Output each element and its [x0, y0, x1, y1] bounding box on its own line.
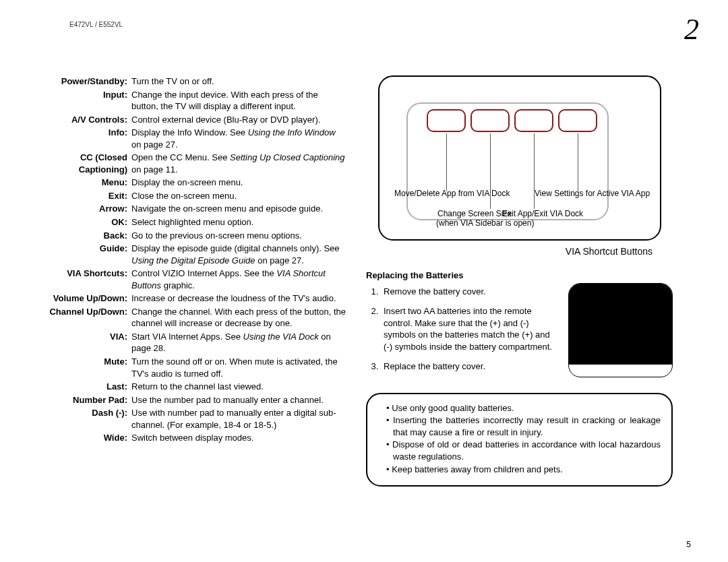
via-button-1: [427, 109, 466, 132]
via-label-move-delete: Move/Delete App from VIA Dock: [394, 189, 510, 198]
via-label-change-size: Change Screen Size: [437, 209, 512, 218]
definition-term: Arrow:: [37, 203, 131, 215]
page-number-bottom: 5: [686, 539, 691, 550]
definition-term: Exit:: [37, 190, 131, 202]
via-shortcut-diagram: Move/Delete App from VIA Dock Change Scr…: [366, 75, 673, 264]
definition-description: Switch between display modes.: [131, 432, 347, 444]
definition-description: Control VIZIO Internet Apps. See the VIA…: [131, 268, 347, 291]
left-column: Power/Standby:Turn the TV on or off.Inpu…: [37, 75, 347, 487]
definition-description: Navigate the on-screen menu and episode …: [131, 203, 347, 215]
via-button-2: [471, 109, 510, 132]
definition-term: Last:: [37, 381, 131, 393]
definition-description: Go to the previous on-screen menu option…: [131, 230, 347, 242]
batteries-steps: Remove the battery cover.Insert two AA b…: [381, 286, 560, 373]
definition-description: Change the input device. With each press…: [131, 89, 347, 113]
batteries-section: Replacing the Batteries Remove the batte…: [366, 270, 673, 381]
battery-image-placeholder: [568, 283, 673, 377]
two-column-layout: Power/Standby:Turn the TV on or off.Inpu…: [37, 75, 691, 487]
via-label-exit-app: Exit App/Exit VIA Dock: [502, 209, 583, 218]
warnings-list: Use only good quality batteries.Insertin…: [378, 402, 661, 475]
definition-term: Guide:: [37, 243, 131, 266]
via-label-view-settings: View Settings for Active VIA App: [535, 189, 650, 198]
definition-term: VIA Shortcuts:: [37, 268, 131, 291]
definition-row: VIA Shortcuts:Control VIZIO Internet App…: [37, 268, 347, 291]
definition-term: Back:: [37, 230, 131, 242]
definition-row: Channel Up/Down:Change the channel. With…: [37, 306, 347, 330]
warnings-box: Use only good quality batteries.Insertin…: [366, 393, 673, 487]
right-column: Move/Delete App from VIA Dock Change Scr…: [366, 75, 673, 487]
via-button-3: [514, 109, 553, 132]
battery-step: Insert two AA batteries into the remote …: [381, 305, 560, 352]
page-header: E472VL / E552VL 2: [37, 20, 691, 40]
definition-row: Arrow:Navigate the on-screen menu and ep…: [37, 203, 347, 215]
leader-line-4: [578, 133, 578, 191]
definition-description: Use the number pad to manually enter a c…: [131, 394, 347, 406]
via-diagram-caption: VIA Shortcut Buttons: [566, 245, 653, 258]
definition-description: Change the channel. With each press of t…: [131, 306, 347, 330]
definition-row: Number Pad:Use the number pad to manuall…: [37, 394, 347, 406]
definition-description: Display the episode guide (digital chann…: [131, 243, 347, 266]
definition-description: Display the Info Window. See Using the I…: [131, 127, 347, 150]
chapter-number: 2: [684, 9, 698, 49]
definition-row: Back:Go to the previous on-screen menu o…: [37, 230, 347, 242]
definition-term: OK:: [37, 216, 131, 228]
warning-item: Inserting the batteries incorrectly may …: [386, 414, 661, 438]
definition-description: Turn the sound off or on. When mute is a…: [131, 356, 347, 379]
definition-description: Turn the TV on or off.: [131, 75, 347, 88]
definition-term: Input:: [37, 89, 131, 113]
model-number: E472VL / E552VL: [69, 20, 123, 30]
definition-row: Input:Change the input device. With each…: [37, 89, 347, 113]
definition-description: Control external device (Blu-Ray or DVD …: [131, 114, 347, 126]
definition-row: CC (Closed Captioning)Open the CC Menu. …: [37, 152, 347, 175]
definition-description: Return to the channel last viewed.: [131, 381, 347, 393]
definition-term: Power/Standby:: [37, 75, 131, 88]
definition-row: Guide:Display the episode guide (digital…: [37, 243, 347, 266]
definition-term: VIA:: [37, 331, 131, 354]
definition-term: Menu:: [37, 177, 131, 189]
page-container: E472VL / E552VL 2 Power/Standby:Turn the…: [0, 0, 728, 562]
definition-description: Select highlighted menu option.: [131, 216, 347, 228]
definition-row: Menu:Display the on-screen menu.: [37, 177, 347, 189]
definition-term: Wide:: [37, 432, 131, 444]
definition-description: Start VIA Internet Apps. See Using the V…: [131, 331, 347, 354]
definition-description: Use with number pad to manually enter a …: [131, 407, 347, 431]
definition-row: Mute:Turn the sound off or on. When mute…: [37, 356, 347, 379]
definition-description: Display the on-screen menu.: [131, 177, 347, 189]
definition-row: Last:Return to the channel last viewed.: [37, 381, 347, 393]
definition-row: Power/Standby:Turn the TV on or off.: [37, 75, 347, 88]
battery-step: Remove the battery cover.: [381, 286, 560, 298]
definition-row: Exit:Close the on-screen menu.: [37, 190, 347, 202]
definition-row: Dash (-):Use with number pad to manually…: [37, 407, 347, 431]
definition-description: Open the CC Menu. See Setting Up Closed …: [131, 152, 347, 175]
definition-term: Channel Up/Down:: [37, 306, 131, 330]
definition-term: Dash (-):: [37, 407, 131, 431]
definition-term: Info:: [37, 127, 131, 150]
definition-term: Volume Up/Down:: [37, 292, 131, 305]
definition-term: Number Pad:: [37, 394, 131, 406]
via-label-change-size-sub: (when VIA Sidebar is open): [436, 218, 534, 228]
warning-item: Dispose of old or dead batteries in acco…: [386, 439, 661, 462]
definition-list: Power/Standby:Turn the TV on or off.Inpu…: [37, 75, 347, 444]
definition-row: VIA:Start VIA Internet Apps. See Using t…: [37, 331, 347, 354]
definition-row: Info:Display the Info Window. See Using …: [37, 127, 347, 150]
definition-description: Close the on-screen menu.: [131, 190, 347, 202]
warning-item: Use only good quality batteries.: [386, 402, 661, 414]
definition-term: Mute:: [37, 356, 131, 379]
definition-row: A/V Controls:Control external device (Bl…: [37, 114, 347, 126]
definition-row: Volume Up/Down:Increase or decrease the …: [37, 292, 347, 305]
leader-line-1: [446, 133, 447, 191]
battery-image-fill: [569, 284, 672, 365]
batteries-heading: Replacing the Batteries: [366, 270, 560, 282]
definition-term: A/V Controls:: [37, 114, 131, 126]
battery-step: Replace the battery cover.: [381, 361, 560, 373]
definition-description: Increase or decrease the loudness of the…: [131, 292, 347, 305]
batteries-text: Replacing the Batteries Remove the batte…: [366, 270, 560, 381]
definition-term: CC (Closed Captioning): [37, 152, 131, 175]
definition-row: OK:Select highlighted menu option.: [37, 216, 347, 228]
definition-row: Wide:Switch between display modes.: [37, 432, 347, 444]
via-button-4: [558, 109, 597, 132]
warning-item: Keep batteries away from children and pe…: [386, 464, 661, 476]
